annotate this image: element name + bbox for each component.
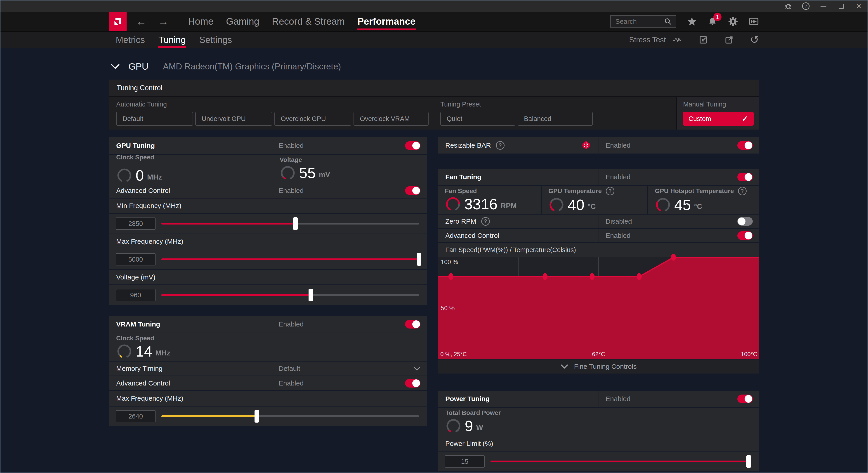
help-icon[interactable]: ? (496, 141, 504, 150)
vram-max-frequency-input[interactable] (116, 410, 156, 422)
favorites-button[interactable] (687, 16, 697, 27)
gpu-temperature-gauge-icon (548, 197, 565, 213)
voltage-slider[interactable] (161, 289, 419, 301)
help-icon[interactable]: ? (481, 217, 490, 226)
min-frequency-input[interactable] (116, 217, 156, 230)
power-limit-input[interactable] (445, 455, 485, 468)
undervolt-gpu-button[interactable]: Undervolt GPU (195, 112, 272, 126)
zero-rpm-label: Zero RPM (445, 217, 476, 225)
chevron-down-icon[interactable] (111, 64, 120, 69)
gpu-tuning-toggle[interactable] (405, 141, 421, 150)
voltage-value: 55 (299, 166, 315, 180)
nav-tab-record-stream[interactable]: Record & Stream (266, 12, 351, 31)
slider-handle[interactable] (746, 455, 751, 468)
help-icon[interactable]: ? (606, 187, 614, 195)
fine-tuning-controls-label: Fine Tuning Controls (574, 363, 637, 371)
automatic-tuning-label: Automatic Tuning (116, 100, 429, 108)
slider-handle[interactable] (417, 253, 421, 266)
nav-tab-performance[interactable]: Performance (351, 12, 422, 31)
resizable-bar-label: Resizable BAR (445, 142, 491, 149)
zero-rpm-toggle[interactable] (737, 217, 753, 226)
total-board-power-label: Total Board Power (445, 409, 501, 416)
gpu-tuning-status: Enabled (279, 142, 304, 149)
close-button[interactable]: × (850, 0, 868, 12)
app-window: ? × ← → Home Gaming Record & Stream Perf… (0, 0, 868, 473)
slider-handle[interactable] (309, 289, 313, 301)
overclock-gpu-button[interactable]: Overclock GPU (274, 112, 351, 126)
stress-test-button[interactable]: Stress Test (629, 34, 683, 45)
maximize-button[interactable] (832, 0, 850, 12)
min-frequency-slider[interactable] (161, 217, 419, 230)
overclock-vram-button[interactable]: Overclock VRAM (353, 112, 429, 126)
power-limit-slider[interactable] (491, 455, 751, 468)
fan-curve-chart-title: Fan Speed(PWM(%)) / Temperature(Celsius) (438, 243, 759, 257)
gpu-temperature-value: 40 (568, 197, 584, 212)
gpu-advanced-control-toggle[interactable] (405, 186, 421, 195)
gpu-hotspot-readout: GPU Hotspot Temperature ? 45 °C (648, 186, 759, 214)
slider-handle[interactable] (293, 217, 298, 230)
subnav-tab-tuning[interactable]: Tuning (152, 32, 193, 48)
amd-logo[interactable] (109, 12, 127, 31)
quiet-button[interactable]: Quiet (440, 112, 515, 126)
memory-timing-dropdown[interactable]: Default (272, 361, 427, 376)
import-profile-icon (699, 35, 708, 45)
power-tuning-status: Enabled (606, 395, 630, 403)
search-box[interactable] (610, 16, 676, 28)
balanced-button[interactable]: Balanced (518, 112, 593, 126)
vram-max-frequency-slider[interactable] (161, 410, 419, 422)
max-frequency-input[interactable] (116, 253, 156, 265)
total-board-power-unit: W (476, 423, 483, 432)
minimize-button[interactable] (815, 0, 832, 12)
search-input[interactable] (615, 18, 661, 26)
nav-tab-home[interactable]: Home (182, 12, 220, 31)
vram-tuning-toggle[interactable] (405, 320, 421, 328)
forward-icon[interactable]: → (158, 16, 168, 28)
subnav-tab-settings[interactable]: Settings (193, 32, 239, 48)
fan-curve-chart[interactable]: 100 %50 %0 %, 25°C62°C100°C (438, 257, 759, 359)
voltage-label: Voltage (280, 156, 302, 164)
gpu-clock-speed-readout: Clock Speed 0 MHz (109, 155, 272, 183)
fine-tuning-controls-expander[interactable]: Fine Tuning Controls (438, 359, 759, 374)
chevron-down-icon (413, 366, 421, 371)
nav-tab-gaming[interactable]: Gaming (220, 12, 266, 31)
minimize-icon (820, 6, 827, 6)
vram-clock-speed-unit: MHz (155, 349, 170, 357)
resizable-bar-toggle[interactable] (737, 141, 753, 150)
export-profile-button[interactable] (724, 35, 734, 45)
reset-button[interactable]: ↺ (750, 34, 759, 45)
nav-tabs: Home Gaming Record & Stream Performance (182, 12, 422, 31)
settings-button[interactable] (728, 16, 738, 27)
star-icon (687, 16, 697, 27)
fan-tuning-status: Enabled (606, 173, 630, 181)
power-tuning-toggle[interactable] (737, 394, 753, 403)
fan-speed-readout: Fan Speed 3316 RPM (438, 186, 541, 214)
memory-timing-label: Memory Timing (116, 365, 162, 373)
custom-button[interactable]: Custom ✓ (683, 112, 754, 126)
voltage-gauge-icon (280, 165, 296, 181)
help-icon[interactable]: ? (738, 187, 747, 195)
back-icon[interactable]: ← (136, 16, 147, 28)
tuning-preset-group: Tuning Preset Quiet Balanced (440, 97, 593, 129)
gpu-advanced-control-status: Enabled (279, 187, 304, 195)
gpu-hotspot-value: 45 (674, 197, 691, 212)
default-button[interactable]: Default (116, 112, 193, 126)
power-limit-row (438, 451, 759, 471)
slider-handle[interactable] (254, 410, 259, 422)
voltage-input[interactable] (116, 289, 156, 301)
max-frequency-slider[interactable] (161, 253, 419, 266)
vram-max-frequency-label: Max Frequency (MHz) (116, 394, 183, 402)
report-bug-button[interactable] (779, 0, 797, 12)
fan-speed-unit: RPM (501, 202, 517, 210)
load-profile-button[interactable] (699, 35, 708, 45)
fan-speed-value: 3316 (464, 197, 498, 212)
resizable-bar-status: Enabled (606, 142, 630, 149)
vram-advanced-control-toggle[interactable] (405, 379, 421, 387)
svg-text:?: ? (805, 4, 807, 8)
help-button[interactable]: ? (797, 0, 815, 12)
fan-tuning-toggle[interactable] (737, 173, 753, 181)
overlay-button[interactable] (749, 16, 759, 27)
notifications-button[interactable]: 1 (708, 17, 717, 26)
zero-rpm-status: Disabled (606, 217, 632, 225)
fan-advanced-control-toggle[interactable] (737, 231, 753, 240)
subnav-tab-metrics[interactable]: Metrics (109, 32, 152, 48)
